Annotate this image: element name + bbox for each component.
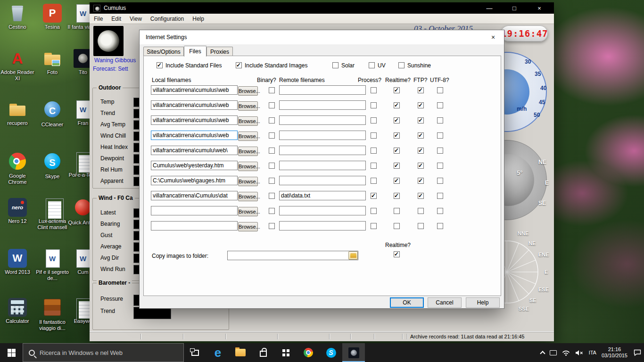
browse-button[interactable]: Browse... <box>238 116 258 126</box>
binary-checkbox[interactable] <box>269 148 275 154</box>
ftp-checkbox[interactable] <box>418 163 424 169</box>
browse-button[interactable]: Browse... <box>238 86 258 96</box>
remote-filename-input[interactable] <box>279 146 366 155</box>
language-indicator[interactable]: ITA <box>589 350 596 355</box>
local-filename-input[interactable] <box>151 100 238 110</box>
process-checkbox[interactable] <box>371 102 377 108</box>
ftp-checkbox[interactable] <box>418 117 424 123</box>
cancel-button[interactable]: Cancel <box>428 297 462 308</box>
realtime-checkbox[interactable] <box>394 87 400 93</box>
process-checkbox[interactable] <box>371 208 377 214</box>
remote-filename-input[interactable] <box>279 100 366 110</box>
process-checkbox[interactable] <box>371 148 377 154</box>
taskbar-apps-button[interactable] <box>274 343 297 362</box>
taskbar-skype-button[interactable]: S <box>320 343 342 362</box>
realtime-checkbox[interactable] <box>394 102 400 108</box>
desktop-icon-lux-aeterna[interactable]: Lux aeterna Clint mansell <box>35 198 70 230</box>
close-button[interactable]: × <box>528 5 550 12</box>
realtime-checkbox[interactable] <box>394 193 400 199</box>
utf8-checkbox[interactable] <box>437 117 443 123</box>
binary-checkbox[interactable] <box>269 178 275 184</box>
utf8-checkbox[interactable] <box>437 132 443 139</box>
utf8-checkbox[interactable] <box>437 223 443 229</box>
binary-checkbox[interactable] <box>269 132 275 139</box>
include-standard-files-checkbox[interactable] <box>157 62 163 68</box>
ftp-checkbox[interactable] <box>418 132 424 139</box>
window-titlebar[interactable]: Cumulus — □ × <box>90 2 554 14</box>
tab-sites-options[interactable]: Sites/Options <box>143 47 184 56</box>
process-checkbox[interactable] <box>371 163 377 169</box>
local-filename-input[interactable] <box>151 191 238 200</box>
desktop-icon-foto[interactable]: Foto <box>35 49 70 75</box>
binary-checkbox[interactable] <box>269 223 275 229</box>
desktop-icon-cestino[interactable]: Cestino <box>0 4 35 30</box>
ftp-checkbox[interactable] <box>418 102 424 108</box>
remote-filename-input[interactable] <box>279 161 366 170</box>
menu-view[interactable]: View <box>125 16 146 22</box>
action-center-icon[interactable] <box>634 349 641 356</box>
copy-realtime-checkbox[interactable] <box>394 251 400 257</box>
help-button[interactable]: Help <box>466 297 500 308</box>
ftp-checkbox[interactable] <box>418 178 424 184</box>
local-filename-input[interactable] <box>151 206 238 215</box>
desktop-icon-recupero[interactable]: recupero <box>0 100 35 126</box>
binary-checkbox[interactable] <box>269 208 275 214</box>
menu-help[interactable]: Help <box>188 16 208 22</box>
realtime-checkbox[interactable] <box>394 163 400 169</box>
taskbar-store-button[interactable] <box>252 343 274 362</box>
local-filename-input[interactable] <box>151 176 238 185</box>
local-filename-input[interactable] <box>151 221 238 230</box>
menu-configuration[interactable]: Configuration <box>146 16 188 22</box>
network-icon[interactable] <box>562 350 570 356</box>
process-checkbox[interactable] <box>371 223 377 229</box>
local-filename-input[interactable] <box>151 85 238 95</box>
utf8-checkbox[interactable] <box>437 87 443 93</box>
dialog-close-button[interactable]: × <box>487 33 500 42</box>
browse-button[interactable]: Browse... <box>238 101 258 111</box>
uv-checkbox[interactable] <box>369 62 375 68</box>
tab-proxies[interactable]: Proxies <box>206 47 233 56</box>
ok-button[interactable]: OK <box>390 297 424 308</box>
start-button[interactable] <box>0 343 23 362</box>
taskbar-cumulus-button[interactable] <box>342 343 365 362</box>
desktop-icon-fantastico-viaggio[interactable]: Il fantastico viaggio di... <box>35 298 70 331</box>
remote-filename-input[interactable] <box>279 131 366 140</box>
realtime-checkbox[interactable] <box>394 148 400 154</box>
desktop-icon-nero[interactable]: nero Nero 12 <box>0 198 35 224</box>
desktop-icon-skype[interactable]: S Skype <box>35 152 70 180</box>
device-icon[interactable] <box>550 350 557 355</box>
browse-button[interactable]: Browse... <box>238 132 258 141</box>
taskbar-chrome-button[interactable] <box>297 343 320 362</box>
remote-filename-input[interactable] <box>279 85 366 95</box>
taskbar-file-explorer-button[interactable] <box>229 343 252 362</box>
browse-button[interactable]: Browse... <box>238 162 258 171</box>
remote-filename-input[interactable] <box>279 221 366 230</box>
desktop-icon-adobe-reader[interactable]: A Adobe Reader XI <box>0 49 35 82</box>
local-filename-input[interactable] <box>151 161 238 170</box>
menu-file[interactable]: File <box>90 16 107 22</box>
include-standard-images-checkbox[interactable] <box>236 62 242 68</box>
sunshine-checkbox[interactable] <box>398 62 405 68</box>
ftp-checkbox[interactable] <box>418 193 424 199</box>
process-checkbox[interactable] <box>371 193 377 199</box>
taskbar-edge-button[interactable]: e <box>206 343 229 362</box>
solar-checkbox[interactable] <box>332 62 339 68</box>
utf8-checkbox[interactable] <box>437 193 443 199</box>
minimize-button[interactable]: — <box>479 5 500 12</box>
desktop-icon-ccleaner[interactable]: C CCleaner <box>35 100 70 128</box>
realtime-checkbox[interactable] <box>394 208 400 214</box>
local-filename-input[interactable] <box>151 146 238 155</box>
menu-edit[interactable]: Edit <box>107 16 125 22</box>
realtime-checkbox[interactable] <box>394 117 400 123</box>
remote-filename-input[interactable] <box>279 115 366 125</box>
tab-files[interactable]: Files <box>184 46 206 57</box>
utf8-checkbox[interactable] <box>437 208 443 214</box>
desktop-icon-word2013[interactable]: W Word 2013 <box>0 249 35 275</box>
realtime-checkbox[interactable] <box>394 178 400 184</box>
volume-icon[interactable] <box>575 350 584 356</box>
show-hidden-icons-chevron[interactable] <box>540 351 545 356</box>
browse-button[interactable]: Browse... <box>238 177 258 186</box>
utf8-checkbox[interactable] <box>437 148 443 154</box>
utf8-checkbox[interactable] <box>437 163 443 169</box>
browse-button[interactable]: Browse... <box>238 192 258 201</box>
